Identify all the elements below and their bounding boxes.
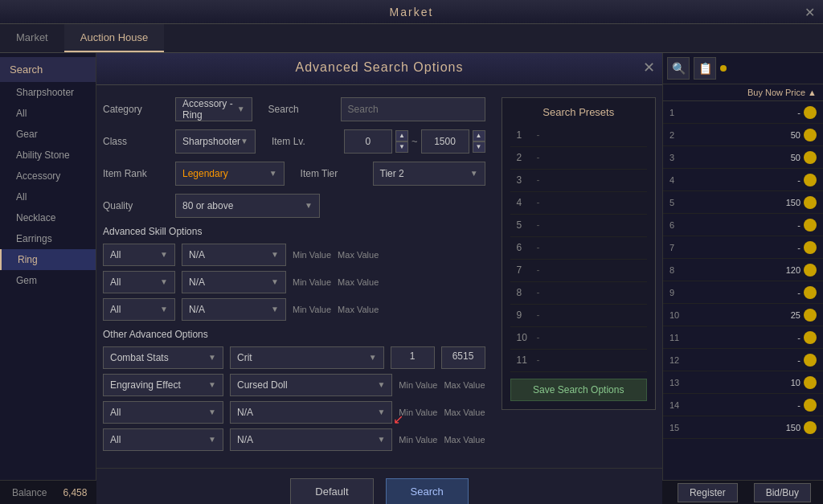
coin-icon-1 — [804, 106, 817, 119]
adv-val1-1[interactable]: 1 — [391, 346, 435, 369]
preset-num-3: 3 — [517, 174, 537, 186]
price-rank-13: 13 — [669, 378, 686, 387]
sidebar-item-sharpshooter[interactable]: Sharpshooter — [0, 82, 96, 103]
skill-col1-3[interactable]: All ▼ — [103, 298, 175, 321]
price-rank-1: 1 — [669, 108, 686, 117]
balance-value: 6,458 — [63, 487, 87, 498]
sidebar-item-gear[interactable]: Gear — [0, 124, 96, 145]
skill-col2-1[interactable]: N/A ▼ — [182, 244, 286, 266]
sidebar-item-gem[interactable]: Gem — [0, 270, 96, 291]
coin-icon-4 — [804, 174, 817, 186]
search-button[interactable]: Search — [386, 478, 469, 505]
preset-row-10[interactable]: 10 - — [510, 327, 647, 350]
adv-col1-3[interactable]: All ▼ — [103, 401, 223, 424]
item-lv-max-down[interactable]: ▼ — [473, 141, 485, 153]
list-icon-btn[interactable]: 📋 — [694, 57, 716, 80]
price-column-header[interactable]: Buy Now Price ▲ — [663, 84, 823, 101]
adv-col2-1[interactable]: Crit ▼ — [230, 346, 384, 369]
quality-select[interactable]: 80 or above ▼ — [175, 194, 320, 218]
skill2-arrow-icon: ▼ — [160, 277, 168, 286]
sidebar-item-earrings[interactable]: Earrings — [0, 228, 96, 249]
right-panel: 🔍 📋 Buy Now Price ▲ 1 - 2 50 3 50 4 — [662, 53, 823, 504]
item-lv-min-input[interactable] — [344, 129, 392, 154]
window-title: Market — [390, 6, 434, 18]
window-close-button[interactable]: ✕ — [805, 4, 815, 19]
sidebar-item-search[interactable]: Search — [0, 57, 96, 82]
coin-icon-6 — [804, 219, 817, 232]
class-select[interactable]: Sharpshooter ▼ — [175, 129, 256, 154]
preset-row-6[interactable]: 6 - — [510, 237, 647, 260]
adv-col1-4[interactable]: All ▼ — [103, 428, 223, 451]
adv-min-3: Min Value — [399, 408, 437, 417]
price-row-8: 8 120 — [663, 259, 823, 281]
item-lv-max-input[interactable] — [421, 129, 469, 154]
sidebar-item-accessory[interactable]: Accessory — [0, 166, 96, 186]
item-lv-max-up[interactable]: ▲ — [473, 130, 485, 141]
adv-col1-1[interactable]: Combat Stats ▼ — [103, 346, 223, 369]
register-button[interactable]: Register — [678, 483, 738, 502]
adv-min-2: Min Value — [399, 380, 437, 390]
adv-col2-4[interactable]: N/A ▼ — [230, 428, 392, 451]
modal-header: Advanced Search Options ✕ — [96, 53, 662, 85]
adv-max-4: Max Value — [444, 435, 485, 445]
item-rank-select[interactable]: Legendary ▼ — [175, 162, 285, 186]
item-tier-select[interactable]: Tier 2 ▼ — [373, 162, 485, 186]
preset-row-3[interactable]: 3 - — [510, 170, 647, 192]
sidebar-item-ring[interactable]: Ring — [0, 249, 96, 270]
preset-row-2[interactable]: 2 - — [510, 147, 647, 170]
skill-min-2: Min Value — [293, 277, 331, 287]
save-search-options-button[interactable]: Save Search Options — [510, 379, 647, 401]
bid-buy-button[interactable]: Bid/Buy — [754, 483, 811, 502]
skill-col1-2[interactable]: All ▼ — [103, 271, 175, 293]
category-select[interactable]: Accessory - Ring ▼ — [175, 97, 252, 121]
sidebar: Search Sharpshooter All Gear Ability Sto… — [0, 53, 96, 504]
skill-col2-3[interactable]: N/A ▼ — [182, 298, 286, 321]
adv-val2-1[interactable]: 6515 — [441, 346, 485, 369]
price-rank-4: 4 — [669, 175, 686, 185]
preset-row-4[interactable]: 4 - — [510, 192, 647, 215]
adv2-arrow-icon: ▼ — [208, 380, 216, 389]
adv-max-2: Max Value — [444, 380, 485, 390]
sidebar-item-all[interactable]: All — [0, 103, 96, 124]
price-row-5: 5 150 — [663, 191, 823, 214]
sidebar-item-all2[interactable]: All — [0, 186, 96, 207]
preset-row-9[interactable]: 9 - — [510, 305, 647, 327]
other-advanced-section-title: Other Advanced Options — [103, 329, 485, 340]
adv-col2-2[interactable]: Cursed Doll ▼ — [230, 374, 392, 396]
preset-num-6: 6 — [517, 242, 537, 253]
price-val-7: - — [686, 243, 800, 252]
price-row-9: 9 - — [663, 281, 823, 304]
item-lv-min-up[interactable]: ▲ — [395, 130, 408, 141]
item-lv-min-down[interactable]: ▼ — [395, 141, 408, 153]
default-button[interactable]: Default — [290, 478, 373, 505]
preset-row-11[interactable]: 11 - — [510, 350, 647, 372]
preset-row-1[interactable]: 1 - — [510, 125, 647, 147]
preset-row-8[interactable]: 8 - — [510, 282, 647, 305]
tab-auction-house[interactable]: Auction House — [64, 24, 165, 52]
adv3b-arrow-icon: ▼ — [377, 408, 385, 416]
adv-col2-3[interactable]: N/A ▼ ↙ — [230, 401, 392, 424]
search-icon-btn[interactable]: 🔍 — [667, 57, 690, 80]
advanced-search-modal: Advanced Search Options ✕ Category Acces… — [96, 53, 662, 504]
modal-close-button[interactable]: ✕ — [639, 58, 658, 77]
adv-row-1: Combat Stats ▼ Crit ▼ 1 6515 — [103, 346, 485, 369]
sidebar-item-necklace[interactable]: Necklace — [0, 207, 96, 228]
price-rank-15: 15 — [669, 423, 686, 432]
preset-row-7[interactable]: 7 - — [510, 260, 647, 282]
search-input[interactable] — [341, 97, 485, 121]
adv-row-2: Engraving Effect ▼ Cursed Doll ▼ Min Val… — [103, 374, 485, 396]
coin-icon-2 — [804, 129, 817, 141]
item-lv-max-spinners: ▲ ▼ — [473, 130, 485, 153]
skill-row-1: All ▼ N/A ▼ Min Value Max Value — [103, 244, 485, 266]
sidebar-item-ability-stone[interactable]: Ability Stone — [0, 145, 96, 166]
preset-row-5[interactable]: 5 - — [510, 215, 647, 237]
skill-col2-2[interactable]: N/A ▼ — [182, 271, 286, 293]
preset-val-4: - — [537, 197, 540, 208]
modal-right: Search Presets 1 - 2 - — [502, 97, 656, 456]
coin-icon-14 — [804, 399, 817, 412]
tab-market[interactable]: Market — [0, 24, 64, 52]
skill-col1-1[interactable]: All ▼ — [103, 244, 175, 266]
adv-col1-2[interactable]: Engraving Effect ▼ — [103, 374, 223, 396]
price-val-12: - — [686, 355, 800, 365]
price-val-15: 150 — [686, 423, 800, 432]
